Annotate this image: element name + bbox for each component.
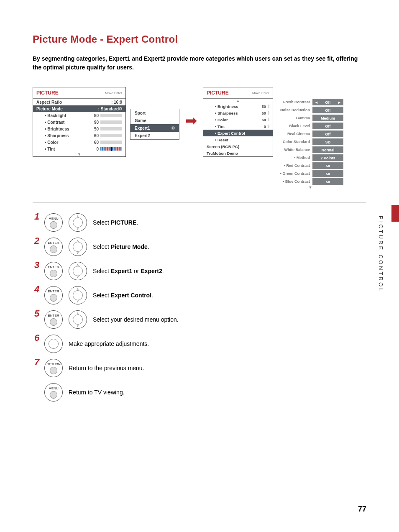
item-label: • Brightness (45, 127, 90, 131)
panel2-item: • Tint0 (203, 123, 273, 130)
remote-menu-button-icon: MENU (44, 213, 63, 232)
down-arrow-icon: ▼ (277, 185, 343, 189)
slider-stub (268, 118, 269, 121)
radio-icon (119, 107, 122, 110)
setting-name: Noise Reduction (277, 108, 312, 112)
setting-value: Normal (312, 146, 343, 153)
item-label: • Contrast (45, 120, 90, 125)
up-arrow-icon: ▲ (203, 99, 273, 103)
setting-value: Off (312, 107, 343, 113)
arrow-right-icon: ➡ (185, 112, 197, 129)
slider-stub (268, 105, 269, 108)
popup-item: Expert1 (130, 124, 179, 132)
panel1-title: PICTURE (36, 90, 105, 96)
step-text: Select Expert Control. (93, 292, 153, 299)
step-row: 4ENTER∧∨Select Expert Control. (33, 285, 366, 305)
setting-name: • Blue Contrast (277, 179, 312, 184)
remote-menu-button-icon: MENU (44, 383, 63, 402)
item-label: • Sharpness (215, 111, 257, 115)
nav-wheel-icon: ∧∨ (69, 286, 87, 304)
popup-item: Game (130, 117, 179, 124)
setting-name: Black Level (277, 124, 312, 128)
step-number: 3 (34, 260, 40, 271)
nav-wheel-icon: ∧∨ (69, 310, 87, 329)
picture-mode-label: Picture Mode (36, 107, 98, 111)
step-row: MENUReturn to TV viewing. (33, 382, 366, 402)
divider (33, 202, 366, 202)
item-value: 0 (90, 147, 99, 151)
picture-panel-2: PICTURE Move Enter ▲ • Brightness50• Sha… (203, 87, 273, 157)
step-text: Return to the previous menu. (69, 365, 144, 371)
setting-value: Off (312, 123, 343, 129)
remote-return-button-icon: RETURN (44, 359, 63, 377)
setting-name: White Balance (277, 148, 312, 152)
setting-row: Real CinemaOff (277, 130, 343, 138)
setting-value: 2 Points (312, 154, 343, 161)
step-text: Select Expert1 or Expert2. (93, 268, 164, 274)
panel1-item: • Sharpness60 (33, 132, 125, 139)
page-title: Picture Mode - Expert Control (33, 33, 366, 45)
step-row: 6〈〉Make appropriate adjustments. (33, 334, 366, 354)
remote-enter-button-icon: ENTER (44, 238, 63, 256)
expert-settings-column: Fresh ContrastOffNoise ReductionOffGamma… (277, 98, 343, 189)
down-arrow-icon: ▼ (33, 152, 125, 156)
slider-bar (100, 127, 122, 130)
diagram-area: PICTURE Move Enter Aspect Ratio : 16:9 P… (33, 87, 366, 189)
nav-wheel-icon: 〈〉 (44, 335, 63, 353)
item-label: • Brightness (215, 104, 257, 109)
panel2-item: • Sharpness60 (203, 110, 273, 116)
step-text: Select PICTURE. (93, 219, 138, 226)
aspect-ratio-value: : 16:9 (111, 100, 122, 105)
item-value: 80 (90, 113, 99, 118)
panel2-item: • Expert Control (203, 130, 273, 136)
step-number: 7 (34, 357, 40, 368)
intro-b2: Expert2 (144, 55, 165, 62)
item-label: • Sharpness (45, 133, 90, 138)
steps-list: 1MENU∧∨〈〉Select PICTURE.2ENTER∧∨Select P… (33, 212, 366, 402)
setting-row: • Blue Contrast50 (277, 177, 343, 185)
item-label: • Expert Control (215, 131, 269, 136)
panel2-title: PICTURE (207, 90, 252, 96)
step-text: Select Picture Mode. (93, 243, 149, 250)
popup-item: Expert2 (130, 132, 179, 139)
item-value: 50 (257, 104, 266, 109)
item-value: 60 (257, 111, 266, 115)
mode-popup: SportGameExpert1Expert2 (130, 109, 179, 140)
picture-panel-1: PICTURE Move Enter Aspect Ratio : 16:9 P… (33, 87, 126, 157)
item-label: • Tint (45, 147, 90, 151)
radio-icon (171, 126, 175, 130)
step-row: 7RETURNReturn to the previous menu. (33, 358, 366, 378)
slider-bar (100, 120, 122, 124)
panel2-item: • Color60 (203, 116, 273, 123)
setting-value: Off (312, 99, 343, 105)
intro-p1: By segmenting categories, (33, 55, 109, 62)
setting-value: Medium (312, 115, 343, 121)
panel1-item: • Color60 (33, 139, 125, 146)
tint-bar (100, 147, 122, 151)
slider-stub (268, 125, 269, 128)
item-label: • Color (45, 140, 90, 145)
panel1-item: • Contrast90 (33, 119, 125, 125)
setting-row: GammaMedium (277, 114, 343, 122)
slider-bar (100, 141, 122, 144)
item-value: 50 (90, 127, 99, 131)
item-value: 60 (90, 133, 99, 138)
step-row: 5ENTER∧∨Select your desired menu option. (33, 309, 366, 330)
panel1-nav-hint: Move Enter (105, 91, 122, 95)
intro-p2: and (130, 55, 144, 62)
panel1-item: • Backlight80 (33, 112, 125, 119)
panel2-nav-hint: Move Enter (252, 91, 269, 95)
setting-row: Black LevelOff (277, 122, 343, 130)
item-label: • Tint (215, 124, 257, 129)
setting-value: SD (312, 138, 343, 145)
step-text: Return to TV viewing. (69, 389, 125, 396)
item-value: 0 (257, 124, 266, 129)
step-text: Select your desired menu option. (93, 316, 179, 323)
setting-row: White BalanceNormal (277, 146, 343, 153)
setting-row: • Green Contrast50 (277, 169, 343, 177)
step-number: 2 (34, 235, 40, 246)
trumotion-demo: TruMotion Demo (207, 151, 238, 156)
nav-wheel-icon: ∧∨ (69, 238, 87, 256)
setting-name: • Green Contrast (277, 171, 312, 176)
setting-name: • Red Contrast (277, 164, 312, 168)
